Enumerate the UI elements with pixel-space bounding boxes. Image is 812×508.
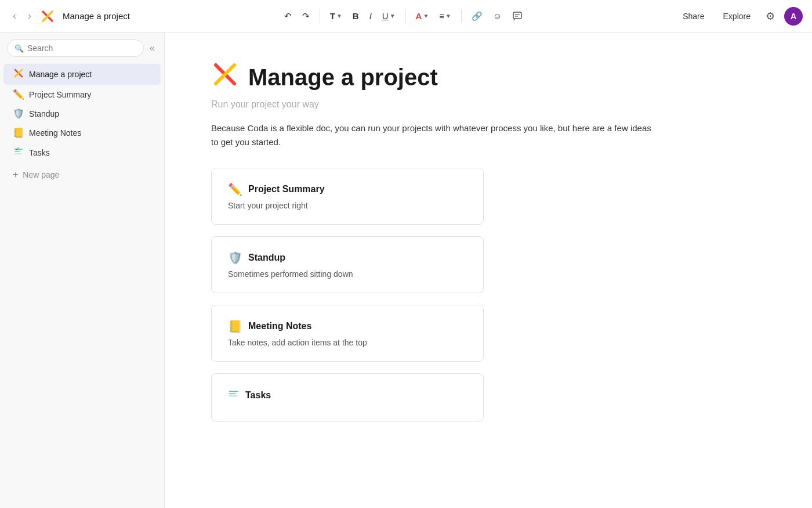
new-page-plus-icon: + (13, 170, 18, 180)
sidebar-label-standup: Standup (29, 109, 59, 118)
font-color-label: A (416, 11, 422, 21)
meeting-notes-icon: 📒 (13, 127, 24, 138)
link-button[interactable]: 🔗 (467, 8, 487, 24)
align-label: ≡ (439, 11, 444, 21)
share-button[interactable]: Share (677, 9, 710, 24)
sidebar-label-meeting-notes: Meeting Notes (29, 128, 81, 138)
card-title-standup: Standup (248, 253, 285, 263)
page-icon (211, 60, 239, 95)
sidebar-label-project-summary: Project Summary (29, 90, 91, 99)
back-button[interactable]: ‹ (9, 8, 20, 24)
card-project-summary[interactable]: ✏️ Project Summary Start your project ri… (211, 168, 484, 225)
underline-label: U (382, 11, 389, 21)
comment-button[interactable] (508, 8, 527, 24)
main-content: Manage a project Run your project your w… (165, 33, 812, 508)
emoji-button[interactable]: ☺ (489, 8, 506, 24)
search-input[interactable] (27, 44, 136, 53)
card-desc-standup: Sometimes performed sitting down (228, 269, 467, 279)
underline-caret: ▼ (390, 13, 396, 19)
page-title: Manage a project (248, 64, 438, 91)
standup-icon: 🛡️ (13, 108, 24, 119)
new-page-label: New page (23, 170, 59, 179)
explore-button[interactable]: Explore (717, 9, 756, 24)
font-color-caret: ▼ (423, 13, 429, 19)
sidebar-label-manage-a-project: Manage a project (29, 70, 92, 79)
card-title-row-project-summary: ✏️ Project Summary (228, 182, 467, 196)
topbar: ‹ › Manage a project ↶ ↷ T ▼ B I U ▼ (0, 0, 812, 33)
toolbar-separator-2 (405, 9, 406, 23)
card-title-tasks: Tasks (245, 390, 271, 401)
sidebar-search-row: 🔍 « (0, 39, 164, 64)
topbar-right: Share Explore ⚙ A (677, 7, 803, 26)
card-icon-meeting-notes: 📒 (228, 319, 242, 333)
sidebar-item-standup[interactable]: 🛡️ Standup (3, 104, 161, 123)
search-box[interactable]: 🔍 (7, 39, 144, 57)
sidebar-nav: Manage a project ✏️ Project Summary 🛡️ S… (0, 64, 164, 501)
italic-button[interactable]: I (365, 8, 376, 24)
settings-button[interactable]: ⚙ (763, 8, 777, 25)
card-title-row-standup: 🛡️ Standup (228, 251, 467, 265)
forward-button[interactable]: › (24, 8, 35, 24)
project-summary-icon: ✏️ (13, 89, 24, 100)
sidebar-item-tasks[interactable]: Tasks (3, 142, 161, 163)
card-meeting-notes[interactable]: 📒 Meeting Notes Take notes, add action i… (211, 305, 484, 362)
svg-rect-3 (513, 12, 521, 19)
align-caret: ▼ (445, 13, 451, 19)
toolbar-separator-1 (320, 9, 320, 23)
body-area: 🔍 « Manage a project ✏️ Project Summary (0, 33, 812, 508)
toolbar-separator-3 (461, 9, 462, 23)
card-title-row-meeting-notes: 📒 Meeting Notes (228, 319, 467, 333)
text-style-caret: ▼ (336, 13, 342, 19)
page-subtitle: Run your project your way (211, 99, 766, 110)
bold-button[interactable]: B (349, 8, 363, 24)
text-style-label: T (330, 11, 335, 21)
page-header: Manage a project (211, 60, 766, 95)
new-page-button[interactable]: + New page (3, 165, 68, 184)
page-description: Because Coda is a flexible doc, you can … (211, 121, 652, 149)
card-title-project-summary: Project Summary (248, 184, 325, 194)
search-icon: 🔍 (14, 44, 24, 53)
sidebar-item-meeting-notes[interactable]: 📒 Meeting Notes (3, 123, 161, 142)
card-standup[interactable]: 🛡️ Standup Sometimes performed sitting d… (211, 236, 484, 293)
text-style-button[interactable]: T ▼ (326, 8, 346, 24)
undo-button[interactable]: ↶ (280, 8, 296, 24)
card-icon-standup: 🛡️ (228, 251, 242, 265)
card-desc-project-summary: Start your project right (228, 201, 467, 210)
collapse-sidebar-button[interactable]: « (147, 41, 157, 56)
sidebar-item-project-summary[interactable]: ✏️ Project Summary (3, 85, 161, 104)
toolbar: ↶ ↷ T ▼ B I U ▼ A ▼ ≡ ▼ 🔗 ☺ (135, 8, 672, 24)
card-desc-meeting-notes: Take notes, add action items at the top (228, 338, 467, 347)
bold-label: B (353, 11, 359, 21)
card-title-meeting-notes: Meeting Notes (248, 321, 311, 332)
manage-project-icon (13, 68, 24, 81)
underline-button[interactable]: U ▼ (378, 8, 400, 24)
card-icon-tasks (228, 388, 240, 402)
topbar-left: ‹ › Manage a project (9, 8, 130, 24)
align-button[interactable]: ≡ ▼ (435, 8, 455, 24)
card-icon-project-summary: ✏️ (228, 182, 242, 196)
card-title-row-tasks: Tasks (228, 388, 467, 402)
tasks-icon (13, 146, 24, 159)
redo-button[interactable]: ↷ (298, 8, 314, 24)
doc-title: Manage a project (63, 11, 130, 21)
font-color-button[interactable]: A ▼ (412, 8, 433, 24)
sidebar-item-manage-a-project[interactable]: Manage a project (3, 64, 161, 85)
italic-label: I (369, 11, 372, 21)
sidebar-label-tasks: Tasks (29, 148, 50, 157)
sidebar: 🔍 « Manage a project ✏️ Project Summary (0, 33, 165, 508)
app-logo-icon (39, 8, 56, 24)
card-tasks[interactable]: Tasks (211, 373, 484, 421)
avatar[interactable]: A (784, 7, 803, 26)
